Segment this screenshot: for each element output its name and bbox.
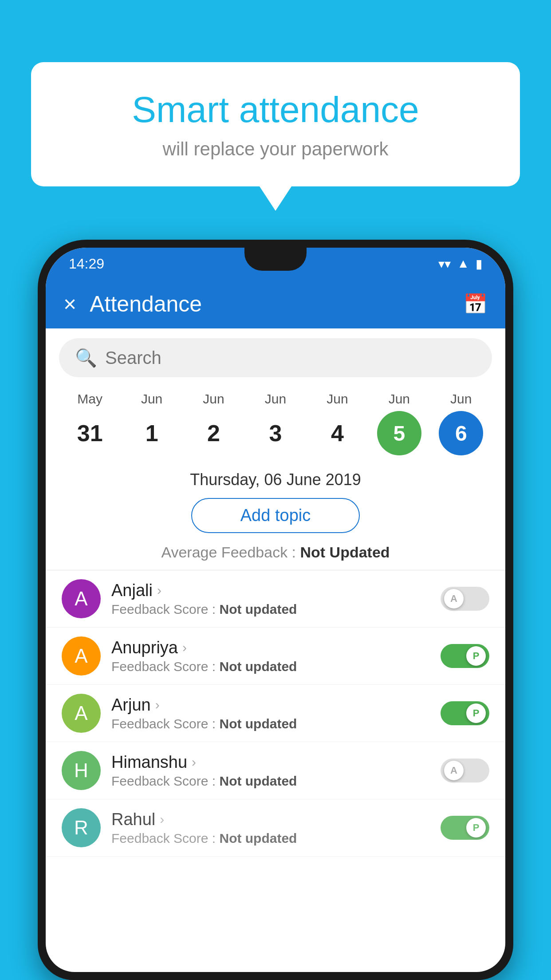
calendar-day[interactable]: Jun6 bbox=[430, 391, 492, 455]
toggle-knob: A bbox=[444, 761, 464, 780]
cal-month-label: Jun bbox=[141, 391, 162, 407]
student-feedback: Feedback Score : Not updated bbox=[111, 774, 430, 789]
status-time: 14:29 bbox=[69, 256, 104, 272]
student-info: Himanshu ›Feedback Score : Not updated bbox=[111, 753, 430, 789]
calendar-day[interactable]: Jun5 bbox=[368, 391, 430, 455]
cal-day-num[interactable]: 5 bbox=[377, 411, 421, 455]
search-bar[interactable]: 🔍 bbox=[59, 338, 492, 377]
bubble-subtitle: will replace your paperwork bbox=[58, 138, 493, 160]
cal-month-label: Jun bbox=[265, 391, 286, 407]
cal-month-label: May bbox=[77, 391, 102, 407]
student-name[interactable]: Anupriya › bbox=[111, 638, 430, 657]
cal-day-num[interactable]: 3 bbox=[253, 411, 298, 455]
toggle-knob: A bbox=[444, 589, 464, 609]
chevron-icon: › bbox=[157, 583, 161, 598]
avatar: H bbox=[62, 751, 101, 790]
student-info: Anupriya ›Feedback Score : Not updated bbox=[111, 638, 430, 674]
app-title: Attendance bbox=[90, 291, 450, 317]
chevron-icon: › bbox=[192, 755, 196, 770]
student-info: Arjun ›Feedback Score : Not updated bbox=[111, 695, 430, 731]
calendar-day[interactable]: Jun2 bbox=[183, 391, 244, 455]
search-icon: 🔍 bbox=[75, 348, 97, 368]
average-feedback: Average Feedback : Not Updated bbox=[46, 544, 505, 561]
student-name[interactable]: Anjali › bbox=[111, 581, 430, 600]
attendance-toggle[interactable]: A bbox=[441, 587, 489, 611]
toggle-knob: P bbox=[466, 703, 486, 723]
chevron-icon: › bbox=[160, 812, 164, 827]
cal-day-num[interactable]: 1 bbox=[130, 411, 174, 455]
student-item[interactable]: HHimanshu ›Feedback Score : Not updatedA bbox=[46, 742, 505, 799]
student-feedback: Feedback Score : Not updated bbox=[111, 831, 430, 846]
add-topic-button[interactable]: Add topic bbox=[191, 498, 360, 533]
calendar-day[interactable]: Jun1 bbox=[121, 391, 182, 455]
calendar-day[interactable]: May31 bbox=[59, 391, 121, 455]
toggle-knob: P bbox=[466, 818, 486, 838]
student-name[interactable]: Arjun › bbox=[111, 695, 430, 715]
cal-month-label: Jun bbox=[327, 391, 348, 407]
cal-month-label: Jun bbox=[389, 391, 410, 407]
cal-day-num[interactable]: 4 bbox=[315, 411, 359, 455]
feedback-prefix: Average Feedback : bbox=[161, 544, 300, 561]
toggle-knob: P bbox=[466, 646, 486, 666]
phone-frame: 14:29 ▾▾ ▲ ▮ × Attendance 📅 🔍 May31Jun1J… bbox=[38, 240, 513, 980]
calendar-day[interactable]: Jun3 bbox=[244, 391, 306, 455]
student-info: Rahul ›Feedback Score : Not updated bbox=[111, 810, 430, 846]
student-info: Anjali ›Feedback Score : Not updated bbox=[111, 581, 430, 617]
student-name[interactable]: Rahul › bbox=[111, 810, 430, 829]
avatar: A bbox=[62, 636, 101, 676]
calendar-strip: May31Jun1Jun2Jun3Jun4Jun5Jun6 bbox=[46, 387, 505, 464]
attendance-toggle[interactable]: A bbox=[441, 759, 489, 782]
student-feedback: Feedback Score : Not updated bbox=[111, 716, 430, 731]
student-item[interactable]: RRahul ›Feedback Score : Not updatedP bbox=[46, 799, 505, 857]
search-input[interactable] bbox=[105, 348, 476, 368]
cal-day-num[interactable]: 6 bbox=[439, 411, 483, 455]
chevron-icon: › bbox=[182, 640, 187, 655]
cal-month-label: Jun bbox=[203, 391, 224, 407]
student-item[interactable]: AArjun ›Feedback Score : Not updatedP bbox=[46, 685, 505, 742]
attendance-toggle[interactable]: P bbox=[441, 644, 489, 668]
avatar: A bbox=[62, 694, 101, 733]
speech-bubble: Smart attendance will replace your paper… bbox=[31, 62, 520, 186]
close-button[interactable]: × bbox=[63, 293, 76, 315]
wifi-icon: ▾▾ bbox=[438, 257, 451, 271]
student-feedback: Feedback Score : Not updated bbox=[111, 602, 430, 617]
attendance-toggle[interactable]: P bbox=[441, 701, 489, 725]
phone-notch bbox=[244, 248, 307, 271]
student-feedback: Feedback Score : Not updated bbox=[111, 659, 430, 674]
attendance-toggle[interactable]: P bbox=[441, 816, 489, 840]
signal-icon: ▲ bbox=[457, 257, 469, 271]
calendar-day[interactable]: Jun4 bbox=[307, 391, 368, 455]
app-bar: × Attendance 📅 bbox=[46, 280, 505, 328]
selected-date: Thursday, 06 June 2019 bbox=[46, 470, 505, 489]
cal-day-num[interactable]: 2 bbox=[192, 411, 236, 455]
avatar: R bbox=[62, 808, 101, 847]
student-list: AAnjali ›Feedback Score : Not updatedAAA… bbox=[46, 570, 505, 857]
status-icons: ▾▾ ▲ ▮ bbox=[438, 257, 482, 271]
avatar: A bbox=[62, 579, 101, 618]
student-item[interactable]: AAnjali ›Feedback Score : Not updatedA bbox=[46, 570, 505, 628]
calendar-icon[interactable]: 📅 bbox=[463, 292, 488, 316]
student-name[interactable]: Himanshu › bbox=[111, 753, 430, 772]
chevron-icon: › bbox=[155, 697, 160, 712]
cal-day-num[interactable]: 31 bbox=[68, 411, 112, 455]
cal-month-label: Jun bbox=[450, 391, 472, 407]
feedback-value: Not Updated bbox=[300, 544, 390, 561]
student-item[interactable]: AAnupriya ›Feedback Score : Not updatedP bbox=[46, 628, 505, 685]
battery-icon: ▮ bbox=[476, 257, 482, 271]
bubble-title: Smart attendance bbox=[58, 89, 493, 130]
